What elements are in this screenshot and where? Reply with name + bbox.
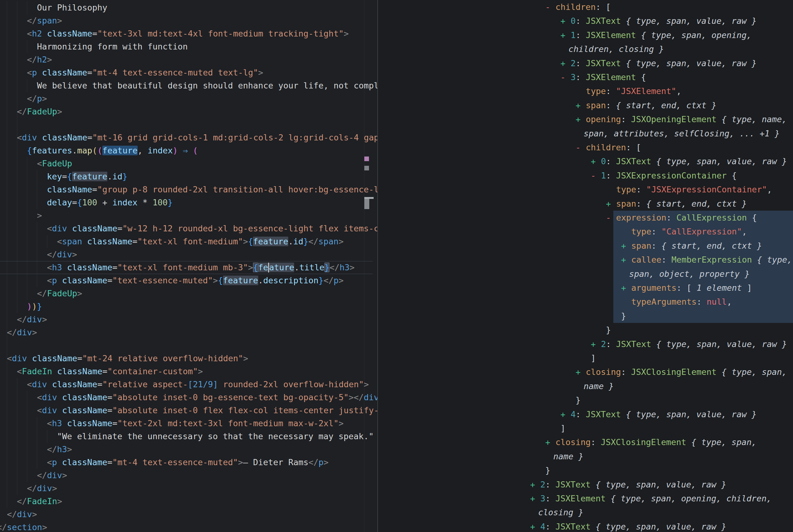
ast-row[interactable]: +arguments: [ 1 element ] (621, 281, 752, 295)
expand-toggle-icon[interactable]: + (621, 239, 631, 253)
code-line[interactable]: "We eliminate the unnecessary so that th… (57, 430, 374, 443)
code-line[interactable]: </FadeUp> (37, 287, 82, 300)
code-line[interactable]: <div className="mt-16 grid grid-cols-1 m… (17, 131, 377, 144)
collapse-toggle-icon[interactable]: - (545, 0, 556, 14)
collapse-toggle-icon[interactable]: - (591, 169, 601, 183)
expand-toggle-icon[interactable]: + (530, 492, 540, 506)
expand-toggle-icon[interactable]: + (560, 28, 570, 42)
code-line[interactable]: </p> (27, 92, 47, 105)
expand-toggle-icon[interactable]: + (591, 337, 601, 351)
selection-mark[interactable] (364, 156, 369, 161)
code-line[interactable]: We believe that beautiful design should … (37, 79, 377, 92)
code-line[interactable]: <span className="text-xl font-medium">{f… (57, 235, 344, 248)
expand-toggle-icon[interactable]: + (545, 435, 556, 449)
ast-row[interactable]: +2: JSXText { type, span, value, raw } (591, 337, 787, 351)
ast-row[interactable]: -expression: CallExpression { (606, 211, 757, 225)
code-line[interactable]: </h2> (27, 53, 52, 66)
ast-row[interactable]: name } (584, 379, 614, 393)
collapse-toggle-icon[interactable]: - (576, 140, 586, 154)
ast-row[interactable]: +span: { start, end, ctxt } (576, 98, 717, 112)
occurrence-mark[interactable] (364, 166, 369, 170)
code-line[interactable]: <FadeUp (37, 157, 72, 170)
code-line[interactable]: > (37, 209, 42, 222)
ast-row[interactable]: +span: { start, end, ctxt } (621, 239, 762, 253)
ast-row[interactable]: span, object, property } (629, 267, 750, 281)
ast-row[interactable]: +callee: MemberExpression { type, (621, 253, 792, 267)
code-line[interactable]: <div className="absolute inset-0 flex fl… (37, 404, 377, 417)
ast-row[interactable]: +2: JSXText { type, span, value, raw } (530, 478, 726, 492)
code-line[interactable]: <h3 className="text-xl font-medium mb-3"… (47, 261, 355, 274)
ast-row[interactable]: +opening: JSXOpeningElement { type, name… (576, 112, 787, 126)
ast-row[interactable]: +0: JSXText { type, span, value, raw } (560, 14, 756, 28)
ast-row[interactable]: +2: JSXText { type, span, value, raw } (560, 56, 756, 70)
code-line[interactable]: <p className="text-essence-muted">{featu… (47, 274, 344, 287)
code-line[interactable]: </div> (27, 482, 57, 495)
expand-toggle-icon[interactable]: + (530, 478, 540, 492)
expand-toggle-icon[interactable]: + (560, 56, 570, 70)
ast-row[interactable]: } (545, 463, 550, 477)
code-line[interactable]: </div> (7, 508, 37, 521)
code-line[interactable]: Our Philosophy (37, 1, 107, 14)
code-line[interactable]: delay={100 + index * 100} (47, 196, 173, 209)
ast-row[interactable]: +4: JSXText { type, span, value, raw } (560, 407, 756, 421)
expand-toggle-icon[interactable]: + (560, 407, 570, 421)
ast-row[interactable]: -3: JSXElement { (560, 70, 646, 84)
ast-row[interactable]: span, attributes, selfClosing, ... +1 } (584, 127, 780, 140)
ast-row[interactable]: type: "JSXExpressionContainer", (616, 183, 772, 196)
ast-row[interactable]: type: "JSXElement", (586, 84, 681, 98)
occurrence-mark[interactable] (364, 199, 369, 209)
ast-row[interactable]: ] (560, 421, 565, 435)
code-line[interactable]: ))} (27, 300, 42, 313)
expand-toggle-icon[interactable]: + (530, 520, 540, 532)
ast-row[interactable]: typeArguments: null, (631, 295, 732, 309)
ast-row[interactable]: -children: [ (576, 140, 641, 154)
ast-row[interactable]: +closing: JSXClosingElement { type, span… (545, 435, 756, 449)
ast-row[interactable]: +0: JSXText { type, span, value, raw } (591, 154, 787, 168)
code-line[interactable]: </div> (37, 469, 67, 482)
code-line[interactable]: <p className="mt-4 text-essence-muted te… (27, 66, 263, 79)
expand-toggle-icon[interactable]: + (576, 98, 586, 112)
ast-row[interactable]: +1: JSXElement { type, span, opening, (560, 28, 752, 42)
code-line[interactable]: key={feature.id} (47, 170, 128, 183)
code-line[interactable]: <div className="absolute inset-0 bg-esse… (37, 391, 377, 404)
ast-row[interactable]: +closing: JSXClosingElement { type, span… (576, 365, 787, 379)
ast-row[interactable]: } (621, 309, 626, 323)
code-line[interactable]: <FadeIn className="container-custom"> (17, 365, 203, 378)
expand-toggle-icon[interactable]: + (606, 197, 616, 211)
code-line[interactable]: </FadeIn> (17, 495, 62, 508)
code-line[interactable]: <div className="w-12 h-12 rounded-xl bg-… (47, 222, 377, 235)
code-line[interactable]: </h3> (47, 443, 72, 456)
ast-tree-pane[interactable]: -children: [+0: JSXText { type, span, va… (378, 0, 793, 532)
ast-row[interactable]: } (576, 393, 581, 407)
expand-toggle-icon[interactable]: + (591, 154, 601, 168)
ast-row[interactable]: -children: [ (545, 0, 611, 14)
ast-row[interactable]: } (606, 323, 611, 337)
code-line[interactable]: className="group p-8 rounded-2xl transit… (47, 183, 377, 196)
expand-toggle-icon[interactable]: + (576, 365, 586, 379)
code-line[interactable]: <div className="relative aspect-[21/9] r… (27, 378, 369, 391)
ast-row[interactable]: type: "CallExpression", (631, 225, 747, 239)
code-line[interactable]: </div> (7, 326, 37, 339)
ast-row[interactable]: children, closing } (568, 42, 664, 56)
code-line[interactable]: </section> (0, 521, 47, 532)
expand-toggle-icon[interactable]: + (621, 253, 631, 267)
ast-row[interactable]: closing } (538, 506, 583, 519)
code-editor-pane[interactable]: Our Philosophy</span><h2 className="text… (0, 0, 377, 532)
expand-toggle-icon[interactable]: + (621, 281, 631, 295)
expand-toggle-icon[interactable]: + (576, 112, 586, 126)
expand-toggle-icon[interactable]: + (560, 14, 570, 28)
code-line[interactable]: </span> (27, 14, 62, 27)
collapse-toggle-icon[interactable]: - (560, 70, 570, 84)
ast-row[interactable]: +3: JSXElement { type, span, opening, ch… (530, 492, 772, 506)
code-line[interactable]: </div> (17, 313, 47, 326)
code-line[interactable]: {features.map((feature, index) ⇒ ( (27, 144, 198, 157)
code-line[interactable]: Harmonizing form with function (37, 40, 188, 53)
code-line[interactable]: <p className="mt-4 text-essence-muted">—… (47, 456, 328, 469)
code-line[interactable]: </div> (47, 248, 77, 261)
code-line[interactable]: <div className="mt-24 relative overflow-… (7, 352, 248, 365)
code-line[interactable]: </FadeUp> (17, 105, 62, 118)
ast-row[interactable]: ] (591, 351, 596, 365)
code-line[interactable]: <h3 className="text-2xl md:text-3xl font… (47, 417, 344, 430)
ast-row[interactable]: +span: { start, end, ctxt } (606, 197, 747, 211)
ast-row[interactable]: -1: JSXExpressionContainer { (591, 169, 737, 183)
